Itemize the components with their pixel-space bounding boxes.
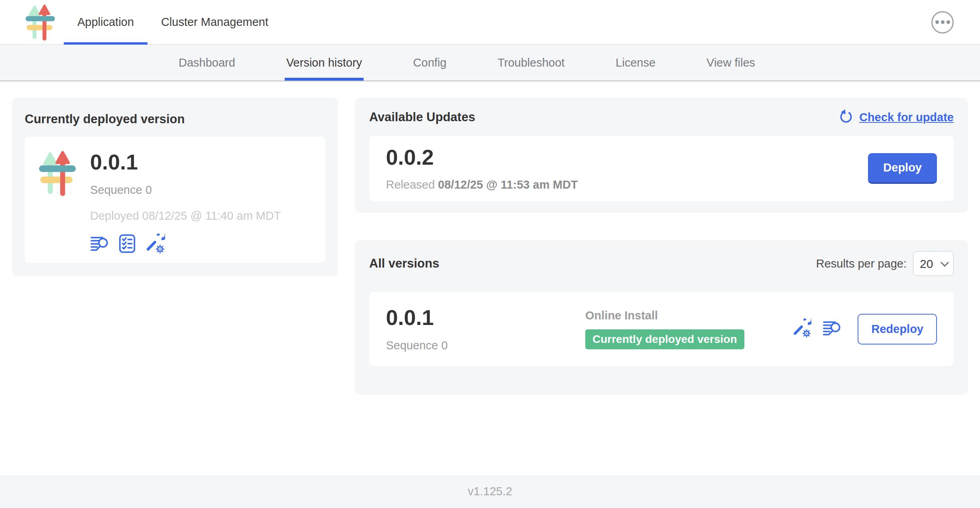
version-row: 0.0.1 Sequence 0 Online Install Currentl… xyxy=(369,292,954,366)
deployed-sequence: Sequence 0 xyxy=(90,183,281,197)
right-column: Available Updates Check for update 0.0.2 xyxy=(355,98,968,395)
edit-config-icon[interactable] xyxy=(145,234,165,255)
release-notes-icon[interactable] xyxy=(90,236,109,253)
ellipsis-menu-button[interactable] xyxy=(931,11,954,33)
results-per-page-label: Results per page: xyxy=(816,257,907,270)
app-logo-icon xyxy=(26,4,55,42)
available-update-card: 0.0.2 Released 08/12/25 @ 11:53 am MDT D… xyxy=(369,136,954,201)
app-logo-icon xyxy=(39,150,76,249)
console-version: v1.125.2 xyxy=(468,485,512,498)
ellipsis-dot xyxy=(941,20,945,24)
redeploy-button[interactable]: Redeploy xyxy=(858,314,937,345)
release-notes-icon[interactable] xyxy=(823,320,842,338)
released-date: 08/12/25 @ 11:53 am MDT xyxy=(438,178,578,191)
subnav-item-license[interactable]: License xyxy=(616,45,655,81)
all-versions-panel: All versions Results per page: 20 0.0.1 … xyxy=(355,240,968,395)
results-per-page: Results per page: 20 xyxy=(816,251,954,276)
check-for-update-label: Check for update xyxy=(859,111,954,124)
subnav-item-config[interactable]: Config xyxy=(413,45,447,81)
currently-deployed-title: Currently deployed version xyxy=(25,112,325,126)
row-install-type: Online Install xyxy=(585,309,792,322)
subnav-item-troubleshoot[interactable]: Troubleshoot xyxy=(498,45,565,81)
page-footer: v1.125.2 xyxy=(0,475,980,508)
check-for-update-link[interactable]: Check for update xyxy=(838,109,954,126)
ellipsis-dot xyxy=(947,20,950,24)
currently-deployed-card: 0.0.1 Sequence 0 Deployed 08/12/25 @ 11:… xyxy=(25,137,325,263)
deploy-button[interactable]: Deploy xyxy=(868,153,937,184)
row-sequence: Sequence 0 xyxy=(386,339,585,352)
deployed-timestamp: Deployed 08/12/25 @ 11:40 am MDT xyxy=(90,209,281,222)
available-updates-panel: Available Updates Check for update 0.0.2 xyxy=(355,98,968,213)
subnav-item-dashboard[interactable]: Dashboard xyxy=(179,45,235,81)
app-subnav: Dashboard Version history Config Trouble… xyxy=(0,45,980,81)
edit-config-icon[interactable] xyxy=(792,319,811,339)
currently-deployed-badge: Currently deployed version xyxy=(585,329,744,349)
currently-deployed-panel: Currently deployed version 0.0.1 Sequenc xyxy=(12,98,338,276)
refresh-icon xyxy=(838,109,854,126)
subnav-item-version-history[interactable]: Version history xyxy=(286,45,362,81)
app-header: Application Cluster Management xyxy=(0,0,980,45)
all-versions-title: All versions xyxy=(369,256,439,271)
results-per-page-select-wrap: 20 xyxy=(913,251,954,276)
row-version-number: 0.0.1 xyxy=(386,306,585,329)
available-updates-title: Available Updates xyxy=(369,110,475,124)
released-label: Released xyxy=(386,178,435,191)
ellipsis-dot xyxy=(935,20,939,24)
tab-cluster-management[interactable]: Cluster Management xyxy=(148,0,282,44)
main-content: Currently deployed version 0.0.1 Sequenc xyxy=(0,81,980,475)
update-version-number: 0.0.2 xyxy=(386,146,578,169)
row-actions: Redeploy xyxy=(792,314,937,345)
subnav-item-view-files[interactable]: View files xyxy=(706,45,755,81)
results-per-page-select[interactable]: 20 xyxy=(913,251,954,276)
deployed-actions xyxy=(90,234,281,255)
tab-application[interactable]: Application xyxy=(64,0,148,44)
update-released-timestamp: Released 08/12/25 @ 11:53 am MDT xyxy=(386,178,578,191)
preflight-checks-icon[interactable] xyxy=(119,234,136,255)
deployed-version-number: 0.0.1 xyxy=(90,150,281,174)
